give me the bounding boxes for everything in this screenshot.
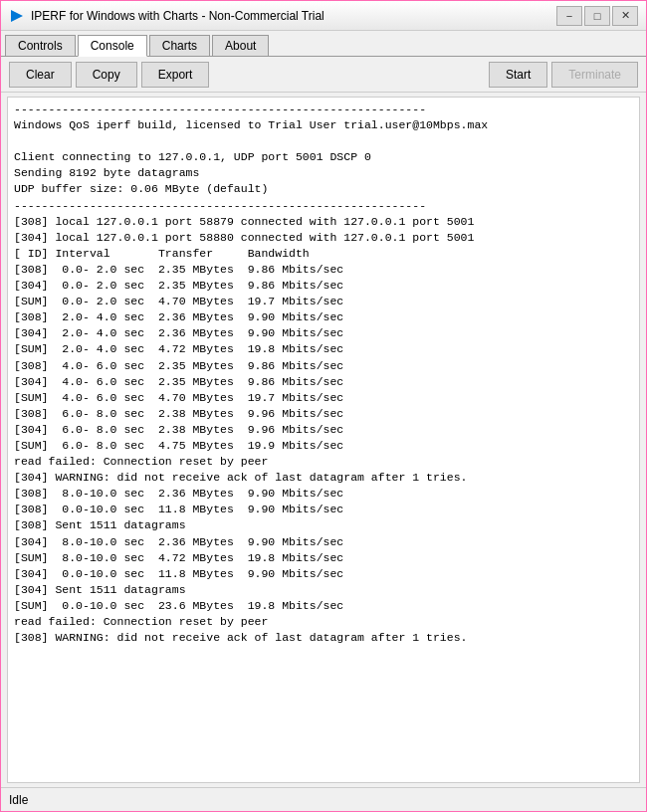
close-button[interactable]: ✕ bbox=[612, 6, 638, 26]
console-container: ----------------------------------------… bbox=[7, 97, 640, 783]
tab-about[interactable]: About bbox=[212, 35, 269, 56]
tab-controls[interactable]: Controls bbox=[5, 35, 76, 56]
app-icon bbox=[9, 8, 25, 24]
status-text: Idle bbox=[9, 793, 638, 807]
tab-charts[interactable]: Charts bbox=[149, 35, 210, 56]
main-window: IPERF for Windows with Charts - Non-Comm… bbox=[0, 0, 647, 812]
clear-button[interactable]: Clear bbox=[9, 62, 72, 88]
tab-console[interactable]: Console bbox=[78, 35, 147, 57]
window-title: IPERF for Windows with Charts - Non-Comm… bbox=[31, 9, 556, 23]
tab-bar: Controls Console Charts About bbox=[1, 31, 646, 57]
status-bar: Idle bbox=[1, 787, 646, 811]
toolbar: Clear Copy Export Start Terminate bbox=[1, 57, 646, 93]
console-scroll[interactable]: ----------------------------------------… bbox=[8, 98, 639, 782]
terminate-button[interactable]: Terminate bbox=[551, 62, 638, 88]
export-button[interactable]: Export bbox=[141, 62, 210, 88]
maximize-button[interactable]: □ bbox=[584, 6, 610, 26]
copy-button[interactable]: Copy bbox=[76, 62, 137, 88]
start-button[interactable]: Start bbox=[489, 62, 547, 88]
title-bar: IPERF for Windows with Charts - Non-Comm… bbox=[1, 1, 646, 31]
minimize-button[interactable]: − bbox=[556, 6, 582, 26]
console-output: ----------------------------------------… bbox=[14, 102, 633, 646]
svg-marker-0 bbox=[11, 10, 23, 22]
window-controls: − □ ✕ bbox=[556, 6, 638, 26]
